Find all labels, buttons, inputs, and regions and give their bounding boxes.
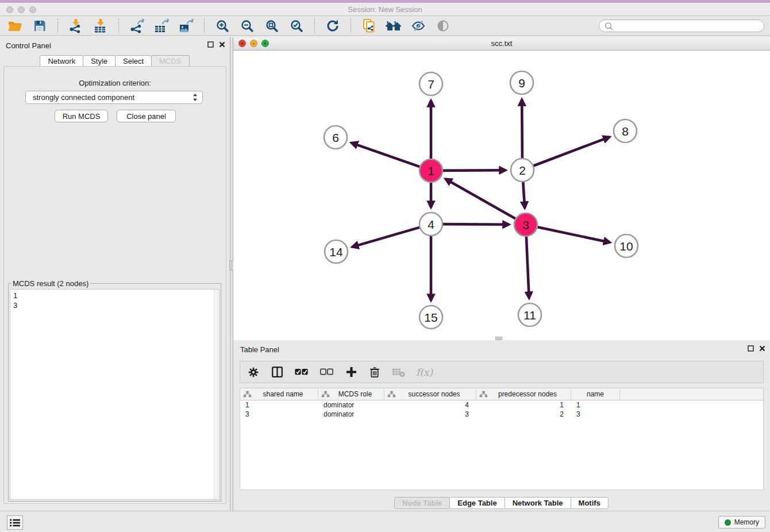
table-cell: 3 [384, 410, 476, 419]
tab-motifs[interactable]: Motifs [571, 497, 609, 509]
graph-node-7[interactable]: 7 [419, 72, 442, 95]
network-canvas[interactable]: 7968124314101511 [233, 51, 770, 340]
delete-table-button[interactable] [392, 364, 405, 381]
tab-node-table[interactable]: Node Table [394, 497, 450, 509]
graph-node-2[interactable]: 2 [511, 159, 534, 182]
tab-mcds[interactable]: MCDS [151, 55, 189, 67]
gear-icon [248, 367, 259, 378]
zoom-selected-icon [290, 19, 303, 33]
criterion-select[interactable]: strongly connected component [25, 91, 203, 104]
show-all-button[interactable] [434, 17, 452, 34]
app-title: Session: New Session [0, 5, 770, 14]
network-splitter-grip[interactable] [495, 337, 502, 340]
column-header-name[interactable]: name [571, 388, 620, 400]
graph-edge-3-11[interactable] [526, 237, 529, 298]
eye-disabled-icon [436, 19, 450, 33]
zoom-in-button[interactable] [213, 17, 232, 34]
svg-text:10: 10 [619, 240, 633, 253]
toolbar-separator [118, 18, 119, 33]
unchecked-boxes-icon [319, 368, 334, 376]
import-table-button[interactable] [91, 17, 110, 34]
tab-select[interactable]: Select [115, 55, 152, 67]
table-row[interactable]: 3dominator323 [240, 410, 763, 419]
column-header-shared-name[interactable]: shared name [240, 388, 318, 400]
control-panel-title: Control Panel [6, 41, 51, 50]
graph-edge-2-3[interactable] [523, 182, 525, 208]
table-cell: 1 [571, 400, 620, 410]
table-row[interactable]: 1dominator411 [240, 400, 763, 410]
close-panel-icon[interactable] [759, 345, 765, 352]
task-history-button[interactable] [7, 515, 23, 530]
column-header-mcds-role[interactable]: MCDS role [318, 388, 384, 400]
graph-node-1[interactable]: 1 [419, 159, 442, 182]
search-input[interactable] [615, 22, 759, 30]
mcds-result-area[interactable]: 1 3 [10, 289, 220, 500]
graph-edge-4-3[interactable] [443, 224, 509, 225]
export-network-button[interactable] [128, 17, 146, 34]
function-builder-button[interactable]: f(x) [416, 364, 433, 381]
column-header-predecessor-nodes[interactable]: predecessor nodes [476, 388, 571, 400]
apply-layout-button[interactable] [324, 17, 342, 34]
tab-network-table[interactable]: Network Table [505, 497, 571, 509]
export-table-button[interactable] [152, 17, 171, 34]
memory-button[interactable]: Memory [718, 516, 765, 529]
table-cell: dominator [318, 400, 384, 410]
deselect-all-button[interactable] [319, 364, 334, 381]
graph-edge-2-8[interactable] [534, 137, 610, 165]
network-window-titlebar[interactable]: × − + scc.txt [233, 37, 770, 51]
tab-edge-table[interactable]: Edge Table [449, 497, 505, 509]
graph-edge-1-6[interactable] [351, 143, 419, 167]
export-table-icon [154, 18, 169, 33]
svg-text:14: 14 [329, 245, 343, 259]
graph-node-10[interactable]: 10 [615, 234, 638, 257]
float-panel-icon[interactable] [748, 345, 754, 352]
memory-label: Memory [734, 518, 759, 526]
save-session-button[interactable] [30, 17, 49, 34]
toggle-columns-button[interactable] [271, 364, 283, 381]
column-type-icon [387, 391, 396, 398]
graph-node-3[interactable]: 3 [514, 213, 537, 236]
export-image-button[interactable] [177, 17, 195, 34]
open-file-button[interactable] [6, 17, 24, 34]
svg-text:11: 11 [523, 309, 536, 322]
zoom-fit-button[interactable] [263, 17, 281, 34]
create-column-button[interactable] [345, 364, 357, 381]
graph-node-11[interactable]: 11 [518, 303, 541, 326]
graph-node-8[interactable]: 8 [614, 119, 637, 142]
checked-boxes-icon [294, 368, 309, 376]
table-panel-tabs: Node TableEdge TableNetwork TableMotifs [233, 497, 770, 509]
graph-edge-4-14[interactable] [352, 228, 419, 247]
export-image-icon [179, 18, 194, 33]
table-settings-button[interactable] [247, 364, 260, 381]
run-mcds-button[interactable]: Run MCDS [55, 110, 108, 122]
graph-node-9[interactable]: 9 [510, 71, 533, 94]
graph-node-15[interactable]: 15 [419, 306, 442, 329]
close-panel-button[interactable]: Close panel [117, 110, 176, 122]
import-network-button[interactable] [67, 17, 85, 34]
node-table[interactable]: shared nameMCDS rolesuccessor nodesprede… [240, 388, 764, 490]
network-graph[interactable]: 7968124314101511 [233, 51, 770, 340]
clone-network-button[interactable] [360, 17, 378, 34]
column-header-successor-nodes[interactable]: successor nodes [384, 388, 476, 400]
delete-column-button[interactable] [368, 364, 381, 381]
zoom-selected-button[interactable] [287, 17, 306, 34]
search-box[interactable] [599, 20, 764, 32]
graph-edge-3-1[interactable] [445, 179, 515, 218]
close-panel-icon[interactable] [219, 41, 225, 48]
select-all-button[interactable] [294, 364, 309, 381]
graph-edge-2-9[interactable] [522, 99, 522, 158]
first-neighbors-button[interactable] [384, 17, 403, 34]
table-body: 1dominator4113dominator323 [240, 400, 763, 419]
graph-node-6[interactable]: 6 [324, 126, 347, 149]
graph-edge-3-10[interactable] [538, 227, 610, 242]
result-scrollbar[interactable] [214, 290, 219, 499]
graph-node-4[interactable]: 4 [419, 213, 442, 236]
tab-style[interactable]: Style [83, 55, 116, 67]
graph-edge-1-2[interactable] [443, 170, 506, 171]
hide-selected-button[interactable] [409, 17, 428, 34]
float-panel-icon[interactable] [207, 41, 214, 48]
table-header-row: shared nameMCDS rolesuccessor nodesprede… [240, 388, 763, 400]
zoom-out-button[interactable] [238, 17, 256, 34]
graph-node-14[interactable]: 14 [325, 240, 348, 263]
tab-network[interactable]: Network [40, 55, 83, 67]
